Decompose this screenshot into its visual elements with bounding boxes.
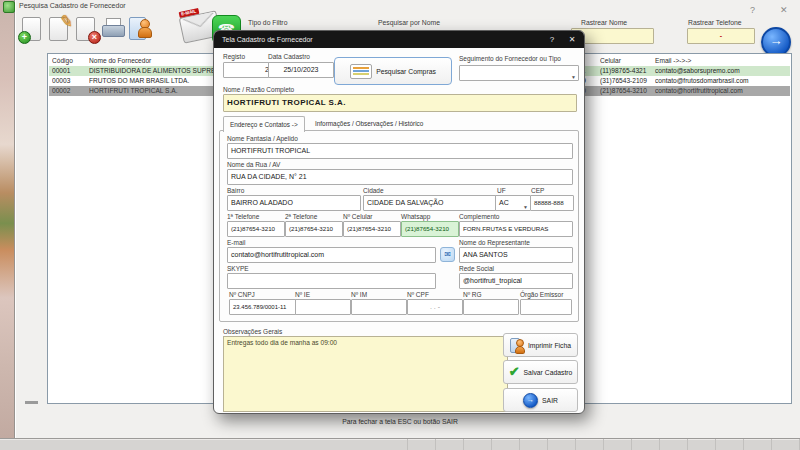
- data-cadastro-field[interactable]: 25/10/2023: [268, 62, 334, 78]
- data-cadastro-label: Data Cadastro: [268, 53, 310, 60]
- print-report-icon: [510, 338, 524, 353]
- rua-label: Nome da Rua / AV: [227, 161, 280, 168]
- cell-celular: (21)87654-3210: [600, 86, 654, 96]
- rg-field[interactable]: [463, 299, 519, 315]
- observacoes-textarea[interactable]: Entregas todo dia de manha as 09:00: [223, 336, 508, 412]
- skype-field[interactable]: [227, 273, 436, 289]
- email-field[interactable]: contato@hortifrutitropical.com: [227, 247, 436, 263]
- rastrear-nome-label: Rastrear Nome: [581, 19, 627, 26]
- window-help-button[interactable]: ?: [750, 5, 755, 15]
- cell-codigo: 00002: [52, 86, 86, 96]
- window-close-button[interactable]: ✕: [780, 5, 788, 15]
- imprimir-ficha-button[interactable]: Imprimir Ficha: [503, 333, 578, 357]
- cell-celular: (11)98765-4321: [600, 66, 654, 76]
- chevron-down-icon: ▼: [571, 70, 576, 81]
- footer-hint: Para fechar a tela ESC ou botão SAIR: [0, 418, 800, 425]
- dialog-close-button[interactable]: ✕: [564, 31, 580, 48]
- nome-fantasia-field[interactable]: HORTIFRUTI TROPICAL: [227, 143, 573, 159]
- rastrear-telefone-input[interactable]: -: [687, 28, 755, 44]
- telefone1-field[interactable]: (21)87654-3210: [227, 221, 285, 237]
- telefone2-field[interactable]: (21)87654-3210: [285, 221, 343, 237]
- send-mail-icon[interactable]: ✉: [440, 247, 455, 262]
- cell-celular: (31)76543-2109: [600, 76, 654, 86]
- cell-email: contato@frutosdomarbrasil.com: [655, 76, 787, 86]
- bairro-field[interactable]: BAIRRO ALADADO: [227, 195, 361, 211]
- cell-email: contato@saborsupremo.com: [655, 66, 787, 76]
- imprimir-ficha-label: Imprimir Ficha: [528, 342, 571, 349]
- skype-label: SKYPE: [227, 265, 249, 272]
- uf-value: AC: [499, 199, 509, 206]
- exit-arrow-icon: →: [523, 393, 538, 408]
- complemento-label: Complemento: [459, 213, 499, 220]
- person-body-icon: [515, 346, 525, 354]
- delete-x-icon: ×: [88, 31, 101, 44]
- uf-label: UF: [497, 187, 506, 194]
- whatsapp-label: Whatsapp: [401, 213, 430, 220]
- cnpj-label: Nº CNPJ: [229, 291, 255, 298]
- telefone2-label: 2ª Telefone: [285, 213, 317, 220]
- cell-codigo: 00003: [52, 76, 86, 86]
- printer-icon: [102, 25, 125, 37]
- uf-select[interactable]: AC ▼: [495, 195, 531, 211]
- representante-label: Nome do Representante: [459, 239, 530, 246]
- tipo-filtro-label: Tipo do Filtro: [248, 19, 287, 26]
- pesquisar-nome-label: Pesquisar por Nome: [378, 19, 440, 26]
- complemento-field[interactable]: FORN.FRUTAS E VERDURAS: [459, 221, 573, 237]
- rede-social-field[interactable]: @hortifruti_tropical: [459, 273, 573, 289]
- rede-social-label: Rede Social: [459, 265, 494, 272]
- registo-label: Registo: [223, 53, 245, 60]
- taskbar-ticks: [380, 439, 800, 450]
- pesquisar-compras-button[interactable]: Pesquisar Compras: [334, 57, 452, 85]
- representante-field[interactable]: ANA SANTOS: [459, 247, 573, 263]
- celular-label: Nº Celular: [343, 213, 372, 220]
- nome-fantasia-label: Nome Fantasia / Apelido: [227, 135, 298, 142]
- cnpj-field[interactable]: 23.456.789/0001-11: [229, 299, 297, 315]
- dialog-title: Tela Cadastro de Fornecedor: [222, 31, 313, 48]
- orgao-emissor-field[interactable]: [520, 299, 572, 315]
- cell-email: contato@hortifrutitropical.com: [655, 86, 787, 96]
- tab-informacoes-historico[interactable]: Informações / Observações / Histórico: [309, 116, 429, 131]
- pesquisar-compras-label: Pesquisar Compras: [376, 68, 436, 75]
- ie-field[interactable]: [295, 299, 351, 315]
- new-record-button[interactable]: +: [20, 15, 44, 42]
- cell-codigo: 00001: [52, 66, 86, 76]
- celular-field[interactable]: (21)87654-3210: [343, 221, 401, 237]
- dialog-help-button[interactable]: ?: [544, 31, 560, 48]
- edit-record-button[interactable]: ✎: [47, 15, 71, 42]
- cpf-field[interactable]: . . -: [407, 299, 463, 315]
- purchases-card-icon: [350, 64, 372, 79]
- supplier-form-dialog: Tela Cadastro de Fornecedor ? ✕ Registo …: [213, 30, 585, 414]
- seguimento-select[interactable]: ▼: [459, 65, 579, 81]
- pencil-icon: ✎: [58, 11, 74, 32]
- email-label: E-mail: [227, 239, 245, 246]
- header-codigo[interactable]: Código: [52, 56, 86, 66]
- print-button[interactable]: [101, 15, 125, 42]
- delete-record-button[interactable]: ×: [74, 15, 98, 42]
- window-title: Pesquisa Cadastro de Fornecedor: [19, 2, 126, 9]
- sair-button[interactable]: → SAIR: [503, 388, 578, 412]
- telefone1-label: 1ª Telefone: [227, 213, 259, 220]
- tab-endereco-contatos[interactable]: Endereço e Contatos ->: [223, 116, 305, 132]
- cep-label: CEP: [531, 187, 544, 194]
- cep-field[interactable]: 88888-888: [530, 195, 574, 211]
- report-person-button[interactable]: [128, 15, 152, 42]
- cidade-field[interactable]: CIDADE DA SALVAÇÃO: [363, 195, 497, 211]
- dialog-titlebar[interactable]: Tela Cadastro de Fornecedor ? ✕: [214, 31, 584, 48]
- registo-field[interactable]: 2: [223, 62, 273, 78]
- rg-label: Nº RG: [463, 291, 482, 298]
- im-label: Nº IM: [351, 291, 367, 298]
- im-field[interactable]: [351, 299, 407, 315]
- desktop-wallpaper-strip: [0, 0, 14, 438]
- salvar-cadastro-button[interactable]: ✔ Salvar Cadastro: [503, 360, 578, 384]
- nome-razao-field[interactable]: HORTIFRUTI TROPICAL S.A.: [223, 94, 577, 112]
- rastrear-telefone-label: Rastrear Telefone: [688, 19, 742, 26]
- header-celular[interactable]: Celular: [600, 56, 654, 66]
- header-email[interactable]: Email ->->->: [655, 56, 787, 66]
- whatsapp-field[interactable]: (21)87654-3210: [401, 221, 459, 237]
- rua-field[interactable]: RUA DA CIDADE, N° 21: [227, 169, 573, 185]
- check-icon: ✔: [509, 366, 520, 378]
- bairro-label: Bairro: [227, 187, 244, 194]
- chevron-down-icon: ▼: [523, 200, 528, 211]
- scrollbar-fragment[interactable]: [25, 401, 38, 404]
- sair-label: SAIR: [542, 397, 558, 404]
